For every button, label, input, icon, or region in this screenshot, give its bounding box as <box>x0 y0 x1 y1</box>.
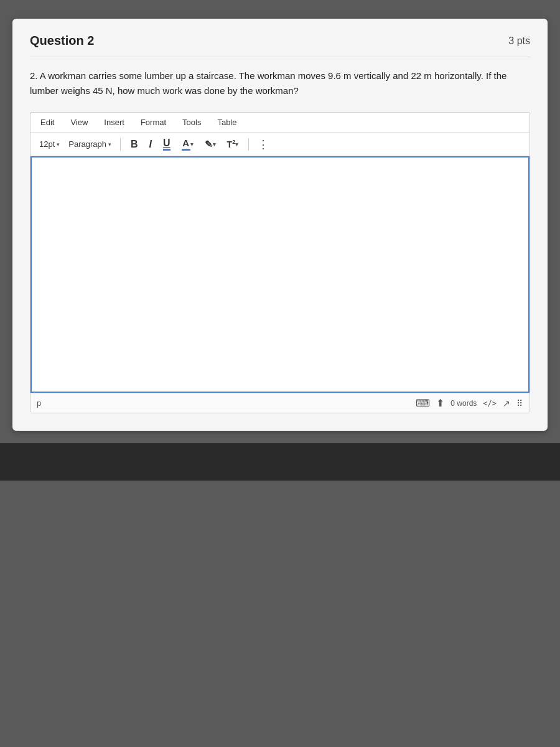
code-view-button[interactable]: </> <box>483 399 497 408</box>
card-header: Question 2 3 pts <box>30 34 530 57</box>
dark-bottom-bar <box>0 443 560 481</box>
font-size-value: 12pt <box>39 139 55 149</box>
keyboard-icon[interactable]: ⌨ <box>416 397 430 409</box>
toolbar-divider-2 <box>248 138 249 151</box>
menu-table[interactable]: Table <box>215 116 239 128</box>
toolbar: 12pt ▾ Paragraph ▾ B I U <box>30 133 530 156</box>
pencil-chevron: ▾ <box>213 141 216 148</box>
pencil-button[interactable]: ✎ ▾ <box>201 138 220 151</box>
editor-footer: p ⌨ ⬆ 0 words </> ↗ ⠿ <box>30 393 530 413</box>
font-color-letter: A <box>182 138 189 148</box>
superscript-button[interactable]: T2 ▾ <box>223 138 243 151</box>
toolbar-divider-1 <box>120 138 121 151</box>
font-color-chevron: ▾ <box>190 141 194 148</box>
menu-tools[interactable]: Tools <box>180 116 203 128</box>
menu-bar: Edit View Insert Format Tools Table <box>30 113 530 133</box>
font-color-button[interactable]: A ▾ <box>178 136 197 152</box>
menu-edit[interactable]: Edit <box>38 116 57 128</box>
paragraph-selector[interactable]: Paragraph ▾ <box>66 138 114 150</box>
font-color-bar <box>182 149 190 151</box>
font-size-chevron: ▾ <box>57 141 60 148</box>
pencil-icon: ✎ <box>205 139 213 150</box>
expand-button[interactable]: ↗ <box>503 398 510 408</box>
paragraph-marker: p <box>37 398 41 408</box>
more-options-button[interactable]: ⋮ <box>258 138 269 151</box>
menu-insert[interactable]: Insert <box>101 116 127 128</box>
footer-right: ⌨ ⬆ 0 words </> ↗ ⠿ <box>416 397 523 409</box>
superscript-chevron: ▾ <box>235 141 238 148</box>
underline-button[interactable]: U <box>159 137 174 152</box>
question-text: 2. A workman carries some lumber up a st… <box>30 68 530 98</box>
font-size-selector[interactable]: 12pt ▾ <box>37 138 62 150</box>
question-title: Question 2 <box>30 34 94 48</box>
pts-label: 3 pts <box>508 35 530 47</box>
paragraph-chevron: ▾ <box>108 141 111 148</box>
question-card: Question 2 3 pts 2. A workman carries so… <box>12 19 548 431</box>
paragraph-value: Paragraph <box>68 139 106 149</box>
italic-button[interactable]: I <box>146 138 156 151</box>
footer-more-button[interactable]: ⠿ <box>516 398 523 408</box>
menu-view[interactable]: View <box>68 116 90 128</box>
upload-icon[interactable]: ⬆ <box>436 397 444 409</box>
text-editor-area[interactable] <box>30 156 530 393</box>
bold-button[interactable]: B <box>127 138 142 151</box>
editor-container: Edit View Insert Format Tools Table 12pt… <box>30 112 530 413</box>
word-count: 0 words <box>450 399 477 408</box>
menu-format[interactable]: Format <box>138 116 169 128</box>
